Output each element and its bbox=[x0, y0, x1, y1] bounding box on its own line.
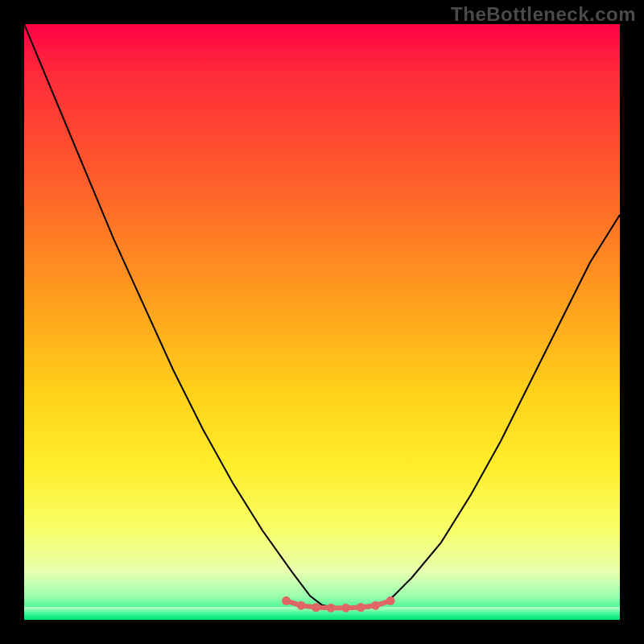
plot-area bbox=[24, 24, 620, 620]
minimum-dot bbox=[327, 604, 336, 613]
minimum-dot bbox=[282, 597, 291, 605]
minimum-dot bbox=[386, 597, 395, 605]
chart-frame: TheBottleneck.com bbox=[0, 0, 644, 644]
curve-overlay bbox=[24, 24, 620, 620]
minimum-dot bbox=[312, 603, 320, 612]
minimum-dot bbox=[341, 604, 350, 613]
cost-curve bbox=[24, 24, 620, 608]
watermark-text: TheBottleneck.com bbox=[451, 3, 636, 26]
minimum-dot bbox=[357, 603, 365, 612]
minimum-dot bbox=[371, 601, 380, 610]
minimum-markers bbox=[282, 597, 395, 613]
minimum-dot bbox=[297, 601, 306, 610]
